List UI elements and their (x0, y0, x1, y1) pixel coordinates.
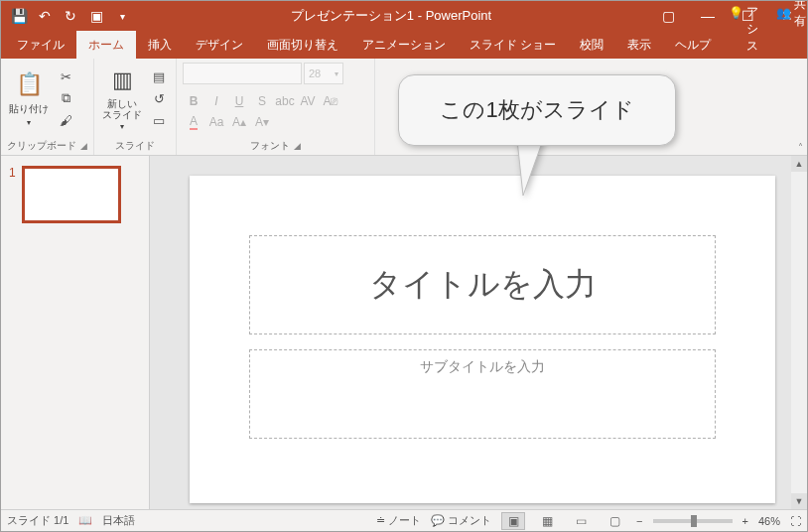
vertical-scrollbar[interactable]: ▲ ▼ (791, 156, 807, 509)
thumbnail-item[interactable]: 1 (9, 166, 141, 223)
chevron-down-icon: ▾ (27, 118, 31, 127)
tab-slideshow[interactable]: スライド ショー (458, 31, 568, 59)
minimize-icon[interactable]: — (688, 1, 728, 31)
grow-font-button[interactable]: A▴ (228, 112, 250, 132)
clipboard-icon: 📋 (13, 68, 45, 100)
bold-button[interactable]: B (183, 91, 204, 111)
share-icon: 👥 (776, 6, 791, 20)
status-bar: スライド 1/1 📖 日本語 ≐ ノート 💬 コメント ▣ ▦ ▭ ▢ − + … (1, 509, 807, 531)
slide-indicator[interactable]: スライド 1/1 (7, 513, 68, 528)
fit-to-window-icon[interactable]: ⛶ (790, 515, 801, 527)
collapse-ribbon-icon[interactable]: ˄ (798, 142, 803, 153)
tab-design[interactable]: デザイン (184, 31, 255, 59)
group-font-label: フォント (250, 139, 290, 153)
zoom-level[interactable]: 46% (758, 515, 780, 527)
start-from-beginning-icon[interactable]: ▣ (84, 4, 108, 28)
zoom-in-button[interactable]: + (742, 515, 748, 527)
slide-editor[interactable]: タイトルを入力 サブタイトルを入力 ▲ ▼ (150, 156, 807, 509)
chevron-down-icon: ▾ (335, 69, 338, 78)
undo-icon[interactable]: ↶ (33, 4, 57, 28)
font-size-value: 28 (309, 67, 321, 79)
notes-button[interactable]: ≐ ノート (376, 513, 421, 528)
group-slides: ▥ 新しい スライド ▾ ▤ ↺ ▭ スライド (94, 59, 177, 155)
title-placeholder-text: タイトルを入力 (369, 263, 597, 307)
tab-file[interactable]: ファイル (5, 31, 76, 59)
tab-review[interactable]: 校閲 (568, 31, 615, 59)
subtitle-placeholder-text: サブタイトルを入力 (420, 358, 545, 376)
font-color-button[interactable]: A (183, 112, 204, 132)
ribbon-display-icon[interactable]: ▢ (648, 1, 688, 31)
share-button[interactable]: 👥 共有 (770, 0, 808, 34)
window-title: プレゼンテーション1 - PowerPoint (134, 7, 648, 25)
tell-me-label: 操作アシス (746, 0, 758, 55)
change-case-button[interactable]: Aa (205, 112, 227, 132)
comments-button[interactable]: 💬 コメント (431, 513, 491, 528)
slideshow-view-icon[interactable]: ▢ (603, 512, 626, 530)
notes-label: ノート (388, 513, 421, 528)
subtitle-placeholder[interactable]: サブタイトルを入力 (249, 349, 716, 439)
chevron-down-icon: ▾ (120, 122, 124, 131)
reset-icon[interactable]: ↺ (148, 88, 170, 108)
underline-button[interactable]: U (228, 91, 250, 111)
shrink-font-button[interactable]: A▾ (251, 112, 273, 132)
save-icon[interactable]: 💾 (7, 4, 31, 28)
slide-sorter-view-icon[interactable]: ▦ (535, 512, 559, 530)
normal-view-icon[interactable]: ▣ (501, 512, 525, 530)
thumbnail-pane[interactable]: 1 (1, 156, 150, 509)
zoom-slider[interactable] (653, 519, 733, 523)
slide-canvas[interactable]: タイトルを入力 サブタイトルを入力 (190, 176, 775, 503)
new-slide-button[interactable]: ▥ 新しい スライド ▾ (100, 63, 144, 132)
scroll-up-icon[interactable]: ▲ (791, 156, 807, 172)
tab-view[interactable]: 表示 (615, 31, 663, 59)
share-label: 共有 (794, 0, 806, 30)
tab-animations[interactable]: アニメーション (350, 31, 458, 59)
copy-icon[interactable]: ⧉ (55, 88, 76, 108)
layout-icon[interactable]: ▤ (148, 66, 170, 86)
redo-icon[interactable]: ↻ (59, 4, 82, 28)
tab-home[interactable]: ホーム (76, 31, 136, 59)
qat-customize-icon[interactable]: ▾ (110, 4, 134, 28)
title-placeholder[interactable]: タイトルを入力 (249, 235, 716, 334)
comments-icon: 💬 (431, 514, 445, 527)
new-slide-label: 新しい スライド (102, 98, 142, 120)
scroll-down-icon[interactable]: ▼ (791, 493, 807, 509)
callout-text: この1枚がスライド (440, 95, 633, 125)
spellcheck-icon[interactable]: 📖 (78, 514, 92, 527)
paste-button[interactable]: 📋 貼り付け ▾ (7, 63, 51, 132)
character-spacing-button[interactable]: AV (297, 91, 319, 111)
font-name-combo[interactable] (183, 63, 302, 84)
title-bar: 💾 ↶ ↻ ▣ ▾ プレゼンテーション1 - PowerPoint ▢ — ☐ … (1, 1, 807, 31)
paste-label: 貼り付け (9, 102, 49, 116)
format-painter-icon[interactable]: 🖌 (55, 110, 76, 130)
zoom-slider-handle[interactable] (691, 515, 697, 527)
thumbnail-slide-1[interactable] (22, 166, 121, 223)
dialog-launcher-icon[interactable]: ◢ (294, 141, 301, 151)
svg-marker-0 (517, 140, 543, 196)
tab-help[interactable]: ヘルプ (663, 31, 723, 59)
zoom-out-button[interactable]: − (636, 515, 642, 527)
ribbon-tabs: ファイル ホーム 挿入 デザイン 画面切り替え アニメーション スライド ショー… (1, 31, 807, 59)
italic-button[interactable]: I (205, 91, 227, 111)
shadow-button[interactable]: abc (274, 91, 296, 111)
dialog-launcher-icon[interactable]: ◢ (80, 141, 87, 151)
reading-view-icon[interactable]: ▭ (569, 512, 593, 530)
strikethrough-button[interactable]: S (251, 91, 273, 111)
quick-access-toolbar: 💾 ↶ ↻ ▣ ▾ (1, 4, 134, 28)
notes-icon: ≐ (376, 514, 385, 527)
comments-label: コメント (448, 513, 491, 528)
cut-icon[interactable]: ✂ (55, 66, 76, 86)
group-clipboard-label: クリップボード (7, 139, 76, 153)
new-slide-icon: ▥ (106, 65, 138, 96)
annotation-callout: この1枚がスライド (398, 74, 676, 146)
group-clipboard: 📋 貼り付け ▾ ✂ ⧉ 🖌 クリップボード ◢ (1, 59, 94, 155)
language-indicator[interactable]: 日本語 (102, 513, 135, 528)
workspace: 1 タイトルを入力 サブタイトルを入力 ▲ ▼ (1, 156, 807, 509)
tell-me[interactable]: 💡 操作アシス (723, 0, 764, 59)
section-icon[interactable]: ▭ (148, 110, 170, 130)
group-font: 28 ▾ B I U S abc AV A⎚ A Aa A▴ A▾ フォント ◢ (177, 59, 375, 155)
clear-formatting-button[interactable]: A⎚ (320, 91, 341, 111)
font-size-combo[interactable]: 28 ▾ (304, 63, 343, 84)
lightbulb-icon: 💡 (729, 6, 743, 20)
tab-transitions[interactable]: 画面切り替え (255, 31, 350, 59)
tab-insert[interactable]: 挿入 (136, 31, 184, 59)
